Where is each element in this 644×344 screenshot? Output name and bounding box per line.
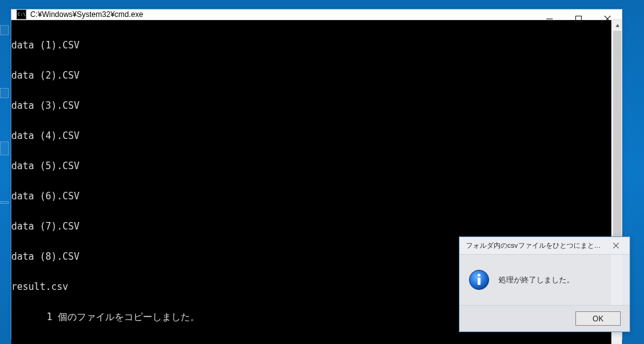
scroll-up-button[interactable] [612, 20, 623, 31]
cmd-title-text: C:¥Windows¥System32¥cmd.exe [30, 10, 143, 19]
console-line: data (2).CSV [11, 70, 611, 80]
dialog-title-text: フォルダ内のcsvファイルをひとつにまとめる_cmd.vbs [466, 241, 606, 250]
svg-point-12 [478, 274, 481, 277]
console-line: data (1).CSV [11, 40, 611, 50]
dialog-close-button[interactable] [606, 239, 626, 253]
dialog-titlebar[interactable]: フォルダ内のcsvファイルをひとつにまとめる_cmd.vbs [460, 237, 630, 255]
svg-text:C:\: C:\ [18, 12, 26, 17]
vbs-message-dialog: フォルダ内のcsvファイルをひとつにまとめる_cmd.vbs [459, 236, 630, 332]
info-icon [468, 269, 490, 291]
dialog-footer: OK [460, 305, 630, 331]
ok-button[interactable]: OK [575, 311, 621, 326]
cmd-titlebar[interactable]: C:\ C:¥Windows¥System32¥cmd.exe [11, 9, 622, 20]
console-line: data (5).CSV [11, 161, 611, 171]
dialog-message-text: 処理が終了しました。 [499, 275, 574, 286]
maximize-button[interactable] [564, 9, 593, 28]
dialog-body: 処理が終了しました。 [460, 255, 630, 305]
svg-rect-13 [478, 278, 481, 286]
cmd-app-icon: C:\ [16, 9, 26, 19]
svg-marker-7 [616, 24, 619, 27]
console-line: data (7).CSV [11, 221, 611, 231]
console-line: data (3).CSV [11, 101, 611, 111]
minimize-button[interactable] [535, 9, 564, 28]
svg-rect-4 [576, 16, 582, 22]
window-controls [535, 9, 622, 28]
console-line: data (4).CSV [11, 131, 611, 141]
desktop-left-edge [0, 0, 10, 344]
console-line: data (6).CSV [11, 191, 611, 201]
